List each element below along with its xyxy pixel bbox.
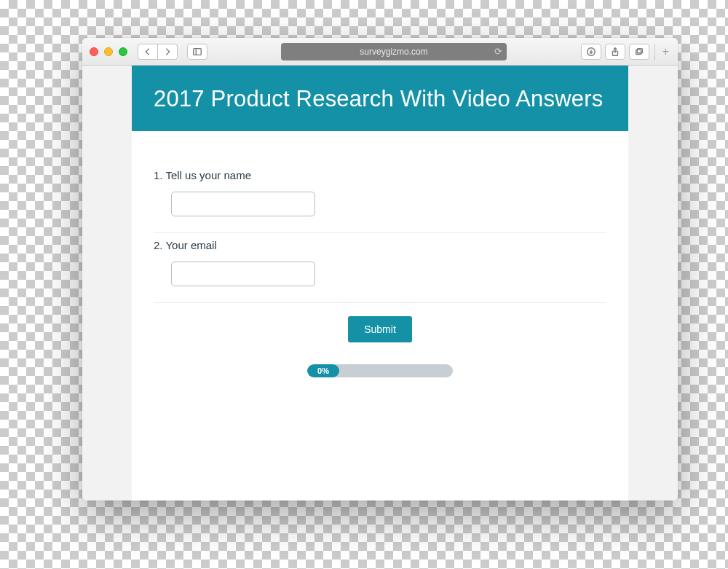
name-input[interactable] [171,192,315,216]
download-icon [586,47,596,57]
chevron-left-icon [143,47,153,57]
tabs-icon [634,47,644,57]
email-input[interactable] [171,262,315,286]
question-2: 2. Your email [154,233,606,303]
survey-container: 2017 Product Research With Video Answers… [132,66,628,501]
tabs-button[interactable] [629,44,649,60]
minimize-window-button[interactable] [104,47,113,56]
maximize-window-button[interactable] [119,47,127,56]
browser-window: surveygizmo.com ⟳ + 2017 Product Researc… [82,38,678,501]
reload-icon[interactable]: ⟳ [494,46,502,57]
question-2-label: 2. Your email [154,239,606,251]
share-button[interactable] [605,44,625,60]
back-button[interactable] [138,44,158,60]
page-content: 2017 Product Research With Video Answers… [82,66,678,501]
address-text: surveygizmo.com [360,47,427,57]
nav-buttons [138,44,177,60]
survey-header: 2017 Product Research With Video Answers [132,66,628,131]
progress-fill: 0% [307,364,339,377]
question-1-label: 1. Tell us your name [154,169,606,181]
progress-label: 0% [317,366,329,375]
chevron-right-icon [162,47,173,57]
downloads-button[interactable] [581,44,601,60]
survey-form: 1. Tell us your name 2. Your email Submi… [132,131,628,392]
svg-rect-0 [194,48,202,55]
svg-rect-5 [637,48,642,52]
window-controls [90,47,127,56]
address-bar[interactable]: surveygizmo.com ⟳ [281,43,507,60]
close-window-button[interactable] [90,47,98,56]
new-tab-button[interactable]: + [654,44,670,60]
submit-row: Submit [154,303,606,348]
forward-button[interactable] [157,44,178,60]
share-icon [610,47,620,57]
sidebar-toggle-button[interactable] [187,44,207,60]
progress-container: 0% [154,348,606,385]
submit-button[interactable]: Submit [348,316,412,342]
question-1: 1. Tell us your name [154,163,606,233]
svg-rect-4 [636,50,641,54]
toolbar-right: + [581,44,670,60]
sidebar-icon [192,47,202,57]
progress-bar: 0% [307,364,453,377]
survey-title: 2017 Product Research With Video Answers [154,85,606,114]
titlebar: surveygizmo.com ⟳ + [82,38,678,66]
